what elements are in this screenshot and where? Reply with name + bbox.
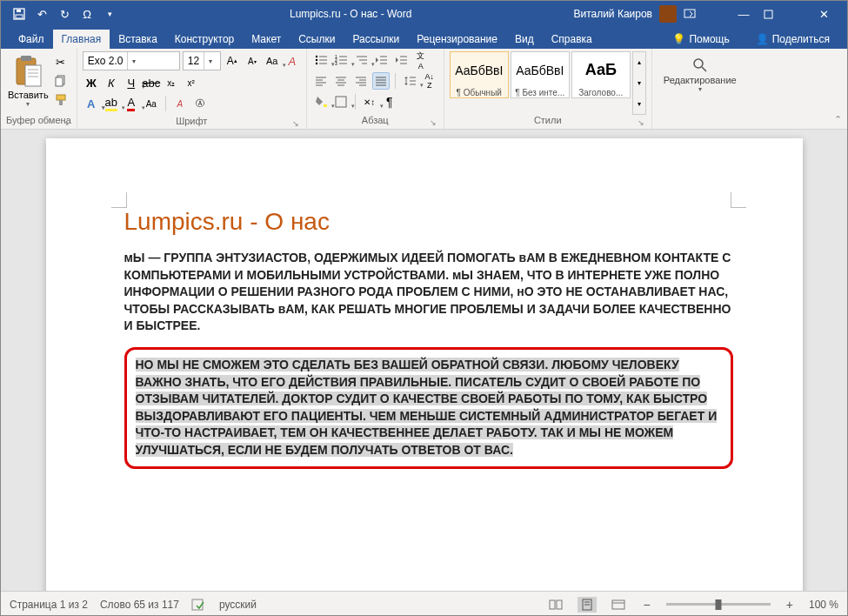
bold-icon[interactable]: Ж xyxy=(83,74,100,91)
read-mode-icon[interactable] xyxy=(546,597,565,613)
minimize-button[interactable]: — xyxy=(724,1,764,27)
clipboard-launcher-icon[interactable]: ↘ xyxy=(63,118,70,127)
status-page[interactable]: Страница 1 из 2 xyxy=(10,599,88,611)
borders-icon[interactable] xyxy=(332,93,350,110)
tab-review[interactable]: Рецензирование xyxy=(408,30,506,49)
svg-rect-2 xyxy=(17,10,21,12)
styles-up-icon[interactable]: ▴ xyxy=(633,52,645,73)
close-button[interactable]: ✕ xyxy=(804,1,844,27)
avatar[interactable] xyxy=(659,5,677,23)
enclose-characters-icon[interactable]: Ⓐ xyxy=(191,95,209,112)
document-title[interactable]: Lumpics.ru - О нас xyxy=(124,208,733,236)
line-spacing-icon[interactable] xyxy=(401,72,418,90)
zoom-level[interactable]: 100 % xyxy=(809,599,838,611)
align-center-icon[interactable] xyxy=(332,72,350,90)
tab-view[interactable]: Вид xyxy=(506,30,543,49)
asian-layout-icon[interactable]: ✕↕ xyxy=(361,93,378,110)
bullets-icon[interactable] xyxy=(312,51,330,69)
tab-design[interactable]: Конструктор xyxy=(166,30,243,49)
multilevel-list-icon[interactable] xyxy=(352,51,370,69)
maximize-button[interactable] xyxy=(764,1,804,27)
shading-icon[interactable] xyxy=(312,93,330,110)
group-paragraph: 123 文A A↓Z ✕↕ ¶ xyxy=(307,49,444,129)
ribbon-display-options-icon[interactable] xyxy=(684,1,724,27)
character-shading-icon[interactable]: Aa xyxy=(143,95,160,112)
format-painter-icon[interactable] xyxy=(52,91,70,109)
paragraph-2[interactable]: НО МЫ НЕ СМОЖЕМ ЭТО СДЕЛАТЬ БЕЗ ВАШЕЙ ОБ… xyxy=(136,357,722,459)
font-size-combo[interactable]: 12▾ xyxy=(183,51,221,70)
strikethrough-icon[interactable]: abc xyxy=(143,74,160,91)
font-launcher-icon[interactable]: ↘ xyxy=(292,119,299,128)
group-editing-label: Редактирование xyxy=(664,75,737,85)
decrease-indent-icon[interactable] xyxy=(372,51,390,69)
show-marks-icon[interactable]: ¶ xyxy=(381,93,398,110)
qat-dropdown-icon[interactable]: ▾ xyxy=(100,4,119,23)
chevron-down-icon[interactable]: ▾ xyxy=(127,52,139,70)
tab-references[interactable]: Ссылки xyxy=(290,30,344,49)
share-button[interactable]: 👤Поделиться xyxy=(747,30,838,49)
styles-more-icon[interactable]: ▾ xyxy=(633,93,645,114)
save-icon[interactable] xyxy=(10,4,29,23)
tell-me[interactable]: 💡Помощь xyxy=(664,30,738,49)
font-name-combo[interactable]: Exo 2.0▾ xyxy=(83,51,180,70)
highlight-icon[interactable]: ab xyxy=(103,95,120,112)
italic-icon[interactable]: К xyxy=(103,74,120,91)
print-layout-icon[interactable] xyxy=(578,597,597,613)
crop-mark-icon xyxy=(731,192,746,208)
cut-icon[interactable]: ✂ xyxy=(52,53,70,70)
zoom-in-button[interactable]: + xyxy=(783,598,797,612)
grow-font-icon[interactable]: A▴ xyxy=(224,52,241,70)
status-words[interactable]: Слово 65 из 117 xyxy=(100,599,179,611)
change-case-icon[interactable]: Aa xyxy=(264,52,281,70)
shrink-font-icon[interactable]: A▾ xyxy=(244,52,261,70)
zoom-out-button[interactable]: − xyxy=(640,598,654,612)
crop-mark-icon xyxy=(111,192,127,208)
clear-formatting-icon[interactable]: A xyxy=(284,52,301,70)
subscript-icon[interactable]: x₂ xyxy=(163,74,180,91)
sort-icon[interactable]: A↓Z xyxy=(421,72,438,90)
style-normal[interactable]: АаБбВвІ¶ Обычный xyxy=(450,51,509,98)
styles-down-icon[interactable]: ▾ xyxy=(633,73,645,94)
status-language[interactable]: русский xyxy=(219,599,257,611)
find-icon[interactable] xyxy=(692,57,708,73)
align-left-icon[interactable] xyxy=(312,72,330,90)
symbol-icon[interactable]: Ω xyxy=(77,4,97,23)
tab-file[interactable]: Файл xyxy=(10,30,53,49)
tab-home[interactable]: Главная xyxy=(53,30,110,49)
font-color-icon[interactable]: A xyxy=(123,95,140,112)
numbering-icon[interactable]: 123 xyxy=(332,51,350,69)
text-effects-icon[interactable]: A xyxy=(83,95,100,112)
align-right-icon[interactable] xyxy=(352,72,370,90)
spellcheck-icon[interactable] xyxy=(191,599,207,611)
paragraph-launcher-icon[interactable]: ↘ xyxy=(430,118,437,127)
styles-launcher-icon[interactable]: ↘ xyxy=(638,118,644,127)
tab-mailings[interactable]: Рассылки xyxy=(344,30,408,49)
web-layout-icon[interactable] xyxy=(609,597,628,613)
paste-button[interactable]: Вставить ▾ xyxy=(6,51,50,115)
increase-indent-icon[interactable] xyxy=(392,51,410,69)
tab-help[interactable]: Справка xyxy=(543,30,601,49)
tab-layout[interactable]: Макет xyxy=(243,30,290,49)
collapse-ribbon-icon[interactable]: ⌃ xyxy=(834,114,842,125)
group-editing: Редактирование ▾ xyxy=(652,49,748,129)
underline-icon[interactable]: Ч xyxy=(123,74,140,91)
selection-highlight: НО МЫ НЕ СМОЖЕМ ЭТО СДЕЛАТЬ БЕЗ ВАШЕЙ ОБ… xyxy=(124,347,733,469)
phonetic-guide-icon[interactable]: A xyxy=(171,95,189,112)
document-body[interactable]: мЫ — ГРУППА ЭНТУЗИАСТОВ, ОДЕРЖИМЫХ ИДЕЕЙ… xyxy=(124,250,733,469)
superscript-icon[interactable]: x² xyxy=(183,74,200,91)
style-heading1[interactable]: АаБЗаголово... xyxy=(571,51,631,98)
group-clipboard: Вставить ▾ ✂ Буфер обмена↘ xyxy=(1,49,77,129)
text-direction-icon[interactable]: 文A xyxy=(412,51,430,69)
zoom-slider[interactable] xyxy=(666,603,771,606)
document-area[interactable]: Lumpics.ru - О нас мЫ — ГРУППА ЭНТУЗИАСТ… xyxy=(1,130,847,591)
undo-icon[interactable]: ↶ xyxy=(32,4,51,23)
svg-rect-7 xyxy=(25,65,41,86)
svg-rect-61 xyxy=(550,600,555,609)
paragraph-1[interactable]: мЫ — ГРУППА ЭНТУЗИАСТОВ, ОДЕРЖИМЫХ ИДЕЕЙ… xyxy=(124,250,733,335)
copy-icon[interactable] xyxy=(52,72,70,90)
redo-icon[interactable]: ↻ xyxy=(55,4,74,23)
justify-icon[interactable] xyxy=(372,72,390,90)
tab-insert[interactable]: Вставка xyxy=(110,30,166,49)
style-no-spacing[interactable]: АаБбВвІ¶ Без инте... xyxy=(511,51,570,98)
chevron-down-icon[interactable]: ▾ xyxy=(204,52,216,70)
